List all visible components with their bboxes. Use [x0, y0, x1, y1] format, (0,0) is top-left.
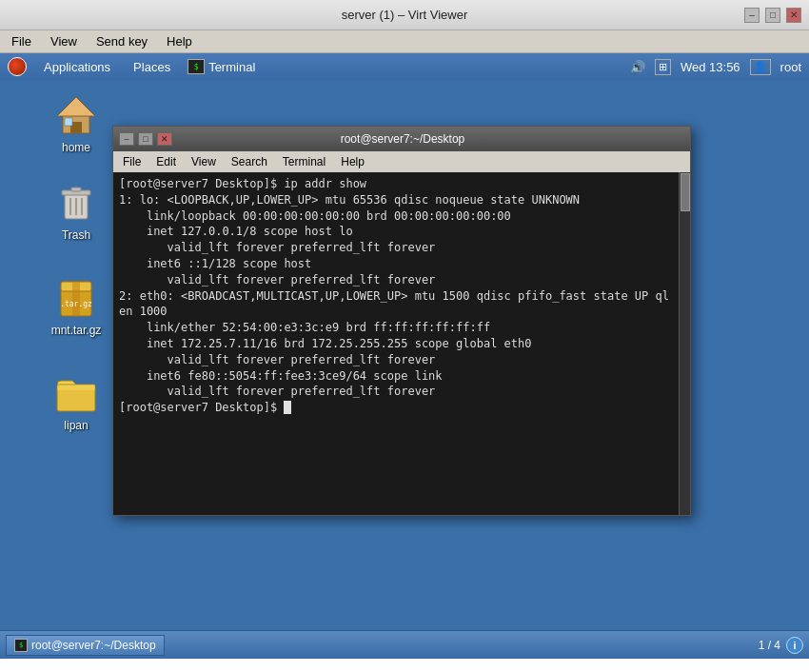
info-icon[interactable]: i — [786, 637, 803, 654]
terminal-window: – □ ✕ root@server7:~/Desktop File Edit V… — [112, 126, 691, 516]
app-menubar: File View Send key Help — [0, 30, 809, 53]
trash-icon-img — [53, 179, 99, 225]
terminal-scrollbar-thumb[interactable] — [681, 173, 690, 211]
taskbar-app-icon: $ — [14, 639, 28, 652]
close-button[interactable]: ✕ — [786, 8, 801, 23]
menu-sendkey[interactable]: Send key — [89, 32, 155, 50]
terminal-maximize-btn[interactable]: □ — [138, 132, 153, 146]
desktop-icon-lipan[interactable]: lipan — [38, 366, 114, 436]
menu-file[interactable]: File — [4, 32, 39, 50]
terminal-close-btn[interactable]: ✕ — [157, 132, 172, 146]
page-info-text: 1 / 4 — [759, 639, 780, 652]
taskbar-page-info: 1 / 4 i — [759, 637, 803, 654]
term-menu-edit[interactable]: Edit — [150, 154, 182, 169]
archive-icon-img: .tar.gz — [53, 274, 99, 320]
window-title: server (1) – Virt Viewer — [65, 8, 744, 22]
applications-menu[interactable]: Applications — [38, 58, 116, 76]
user-icon[interactable]: 👤 — [750, 59, 771, 75]
terminal-minimize-btn[interactable]: – — [119, 132, 134, 146]
svg-rect-12 — [72, 282, 80, 316]
term-menu-terminal[interactable]: Terminal — [277, 154, 331, 169]
maximize-button[interactable]: □ — [765, 8, 780, 23]
taskbar-app-label: root@server7:~/Desktop — [31, 639, 156, 652]
menu-help[interactable]: Help — [159, 32, 200, 50]
desktop-taskbar-top: Applications Places $ Terminal 🔊 ⊞ Wed 1… — [0, 53, 809, 80]
terminal-titlebar: – □ ✕ root@server7:~/Desktop — [113, 127, 690, 151]
terminal-output: [root@server7 Desktop]$ ip addr show 1: … — [119, 176, 684, 416]
terminal-scrollbar[interactable] — [679, 172, 690, 515]
desktop-icon-archive[interactable]: .tar.gz mnt.tar.gz — [38, 270, 114, 341]
svg-marker-1 — [57, 97, 95, 116]
lipan-icon-img — [53, 369, 99, 415]
home-label: home — [62, 141, 90, 154]
term-menu-file[interactable]: File — [117, 154, 147, 169]
minimize-button[interactable]: – — [744, 8, 760, 23]
network-icon[interactable]: ⊞ — [655, 59, 671, 75]
desktop-icon-home[interactable]: home — [38, 88, 114, 158]
username: root — [780, 60, 801, 74]
places-menu[interactable]: Places — [128, 58, 176, 76]
terminal-menubar: File Edit View Search Terminal Help — [113, 151, 690, 172]
svg-text:.tar.gz: .tar.gz — [60, 300, 92, 308]
virt-viewer-titlebar: server (1) – Virt Viewer – □ ✕ — [0, 0, 809, 30]
lipan-label: lipan — [64, 419, 88, 432]
terminal-label: Terminal — [208, 60, 255, 74]
svg-rect-15 — [57, 385, 95, 390]
terminal-taskbar-icon[interactable]: $ Terminal — [187, 59, 255, 74]
term-menu-view[interactable]: View — [186, 154, 222, 169]
term-menu-help[interactable]: Help — [335, 154, 370, 169]
taskbar-right-area: 🔊 ⊞ Wed 13:56 👤 root — [630, 59, 801, 75]
desktop-taskbar-bottom: $ root@server7:~/Desktop 1 / 4 i — [0, 630, 809, 659]
menu-view[interactable]: View — [43, 32, 85, 50]
clock: Wed 13:56 — [681, 60, 740, 74]
desktop: Applications Places $ Terminal 🔊 ⊞ Wed 1… — [0, 53, 809, 630]
trash-label: Trash — [62, 228, 90, 242]
gnome-icon[interactable] — [8, 57, 27, 76]
archive-label: mnt.tar.gz — [51, 324, 102, 337]
desktop-icon-trash[interactable]: Trash — [38, 175, 114, 246]
svg-rect-3 — [65, 118, 72, 126]
desktop-area: home Trash — [0, 80, 809, 630]
terminal-title: root@server7:~/Desktop — [172, 132, 633, 146]
terminal-cursor — [284, 401, 291, 414]
svg-rect-6 — [71, 188, 81, 191]
home-icon-img — [53, 91, 99, 137]
speaker-icon[interactable]: 🔊 — [630, 60, 645, 74]
term-menu-search[interactable]: Search — [226, 154, 273, 169]
window-controls: – □ ✕ — [744, 8, 801, 23]
terminal-window-controls: – □ ✕ — [119, 132, 172, 146]
taskbar-app-button[interactable]: $ root@server7:~/Desktop — [6, 635, 165, 656]
terminal-content-area[interactable]: [root@server7 Desktop]$ ip addr show 1: … — [113, 172, 690, 515]
